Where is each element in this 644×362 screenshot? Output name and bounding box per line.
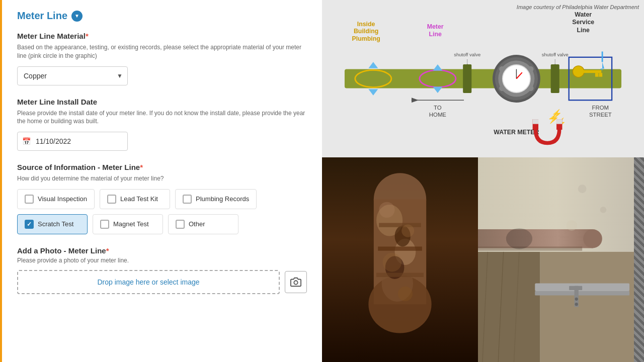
checkbox-magnet-label: Magnet Test: [113, 220, 149, 228]
svg-rect-13: [463, 64, 471, 93]
checkbox-lead[interactable]: Lead Test Kit: [100, 189, 170, 209]
svg-point-93: [575, 303, 578, 306]
install-date-description: Please provide the install date of your …: [17, 109, 307, 126]
source-field-group: Source of Information - Meter Line* How …: [17, 163, 307, 234]
checkboxes-grid: Visual Inspection Lead Test Kit Plumbing…: [17, 189, 307, 234]
material-select[interactable]: Copper Lead Galvanized Steel Plastic Unk…: [17, 66, 128, 85]
svg-point-25: [499, 85, 505, 91]
install-date-label: Meter Line Install Date: [17, 98, 307, 106]
svg-text:TO: TO: [434, 105, 442, 111]
svg-rect-34: [599, 73, 602, 77]
svg-point-24: [528, 66, 533, 72]
photo-description: Please provide a photo of your meter lin…: [17, 257, 307, 264]
checkbox-visual-box: [25, 195, 34, 204]
svg-text:shutoff valve: shutoff valve: [454, 52, 480, 57]
svg-rect-91: [569, 286, 582, 290]
svg-rect-76: [540, 252, 634, 362]
svg-text:Meter: Meter: [427, 23, 444, 30]
material-label: Meter Line Material*: [17, 32, 307, 40]
pipe-photo-right: [478, 157, 634, 362]
svg-text:⚡: ⚡: [551, 109, 562, 119]
svg-point-89: [567, 220, 577, 231]
svg-rect-75: [478, 252, 540, 362]
svg-rect-67: [376, 273, 424, 277]
diagram-credit: Image courtesy of Philadelphia Water Dep…: [517, 4, 639, 10]
left-panel: Meter Line Meter Line Material* Based on…: [0, 0, 322, 362]
svg-rect-49: [533, 119, 538, 124]
svg-point-92: [575, 298, 578, 301]
checkbox-other[interactable]: Other: [168, 214, 238, 234]
checkbox-plumbing-label: Plumbing Records: [196, 195, 249, 203]
checkbox-other-box: [176, 220, 185, 229]
svg-rect-85: [478, 246, 582, 250]
source-description: How did you determine the material of yo…: [17, 174, 307, 183]
svg-point-86: [506, 228, 532, 249]
svg-point-87: [578, 185, 587, 193]
material-field-group: Meter Line Material* Based on the appear…: [17, 32, 307, 85]
svg-text:shutoff valve: shutoff valve: [542, 52, 569, 57]
svg-rect-50: [556, 119, 562, 124]
svg-text:Service: Service: [572, 19, 594, 26]
svg-text:Building: Building: [354, 28, 378, 35]
checkbox-magnet[interactable]: Magnet Test: [93, 214, 163, 234]
checkbox-visual-label: Visual Inspection: [38, 195, 87, 203]
section-dropdown-icon[interactable]: [71, 11, 83, 22]
svg-text:Water: Water: [575, 11, 592, 18]
checkbox-scratch-label: Scratch Test: [38, 220, 73, 228]
svg-text:HOME: HOME: [429, 112, 447, 118]
checkbox-plumbing[interactable]: Plumbing Records: [175, 189, 257, 209]
diagram-area: Image courtesy of Philadelphia Water Dep…: [322, 0, 644, 157]
checkbox-other-label: Other: [189, 220, 205, 228]
svg-point-68: [379, 202, 394, 218]
svg-point-23: [499, 66, 505, 72]
right-panel: Image courtesy of Philadelphia Water Dep…: [322, 0, 644, 362]
material-description: Based on the appearance, testing, or exi…: [17, 43, 307, 60]
svg-text:STREET: STREET: [589, 112, 612, 118]
camera-button[interactable]: [285, 271, 307, 293]
checkbox-lead-box: [107, 195, 116, 204]
checkbox-scratch-box: [25, 220, 34, 229]
source-label: Source of Information - Meter Line*: [17, 163, 307, 171]
svg-point-69: [401, 225, 414, 237]
install-date-field-group: Meter Line Install Date Please provide t…: [17, 98, 307, 151]
checkbox-lead-label: Lead Test Kit: [120, 195, 158, 203]
svg-rect-27: [551, 64, 559, 93]
photos-row: [322, 157, 644, 362]
svg-text:FROM: FROM: [592, 105, 609, 111]
checkbox-plumbing-box: [183, 195, 192, 204]
svg-point-26: [528, 85, 533, 91]
material-select-wrapper: Copper Lead Galvanized Steel Plastic Unk…: [17, 66, 128, 85]
photo-label: Add a Photo - Meter Line*: [17, 246, 307, 255]
diagram-svg: Inside Building Plumbing Meter Line Wate…: [322, 0, 644, 157]
svg-text:Line: Line: [577, 27, 590, 34]
checkbox-visual[interactable]: Visual Inspection: [17, 189, 95, 209]
svg-rect-66: [378, 246, 422, 250]
svg-point-0: [294, 281, 297, 284]
svg-rect-32: [582, 70, 601, 73]
svg-rect-65: [379, 223, 421, 227]
checkbox-magnet-box: [100, 220, 109, 229]
svg-text:Line: Line: [429, 31, 441, 38]
drop-zone[interactable]: Drop image here or select image: [17, 270, 280, 294]
svg-text:Plumbing: Plumbing: [352, 35, 380, 42]
checkbox-scratch[interactable]: Scratch Test: [17, 214, 88, 234]
svg-text:Inside: Inside: [357, 21, 375, 28]
svg-text:WATER METER: WATER METER: [494, 129, 539, 136]
svg-point-88: [600, 207, 607, 213]
photo-upload-area: Drop image here or select image: [17, 270, 307, 294]
svg-rect-33: [595, 73, 599, 77]
svg-point-71: [398, 287, 413, 301]
svg-point-70: [383, 253, 402, 272]
date-input-wrapper: 📅: [17, 132, 128, 151]
section-header: Meter Line: [17, 10, 307, 22]
svg-rect-83: [478, 229, 593, 248]
section-title: Meter Line: [17, 10, 67, 22]
svg-rect-81: [535, 291, 629, 295]
date-input[interactable]: [17, 132, 128, 151]
right-border-decor: [634, 157, 644, 362]
pipe-photo-left: [322, 157, 478, 362]
svg-point-84: [583, 229, 602, 248]
photo-field-group: Add a Photo - Meter Line* Please provide…: [17, 246, 307, 294]
